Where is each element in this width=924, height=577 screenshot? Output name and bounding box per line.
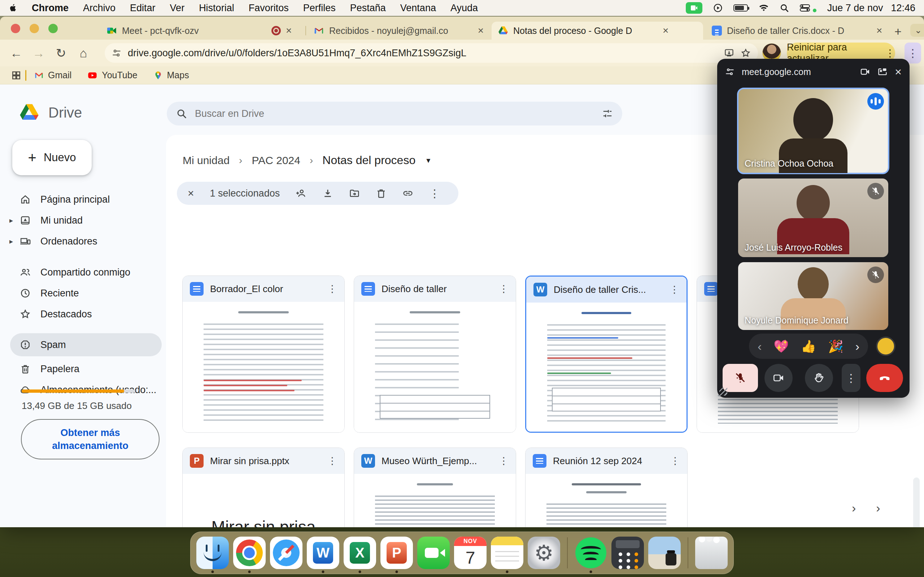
tab-close-icon[interactable]: × <box>286 25 292 36</box>
participant-tile-noyule[interactable]: Noyule Dominique Jonard <box>738 262 888 330</box>
menu-item-ver[interactable]: Ver <box>170 3 185 14</box>
share-add-person-icon[interactable] <box>296 188 307 199</box>
more-actions-icon[interactable]: ⋮ <box>429 187 440 200</box>
dock-notes-icon[interactable] <box>491 533 524 573</box>
back-button[interactable]: ← <box>5 46 27 60</box>
picture-in-picture-icon[interactable] <box>877 67 888 77</box>
sidebar-item-spam[interactable]: Spam <box>10 333 162 356</box>
dock-safari-icon[interactable] <box>270 533 303 573</box>
scroll-right-edge-icon[interactable]: › <box>876 501 880 515</box>
chevron-down-icon[interactable]: ▾ <box>426 156 430 165</box>
hang-up-button[interactable] <box>866 364 903 392</box>
participant-tile-jose-luis[interactable]: José Luis Arroyo-Robles <box>738 179 888 257</box>
file-card-diseno-de-taller[interactable]: Diseño de taller ⋮ <box>354 276 516 433</box>
screen-recording-camera-icon[interactable] <box>686 2 703 14</box>
menu-bar-clock[interactable]: Jue 7 de nov 12:46 <box>827 3 915 14</box>
menu-item-ayuda[interactable]: Ayuda <box>451 3 478 14</box>
file-more-icon[interactable]: ⋮ <box>327 455 337 467</box>
chrome-menu-button[interactable]: ⋮ <box>905 43 921 63</box>
bookmark-youtube[interactable]: YouTube <box>87 70 137 81</box>
reaction-heart[interactable]: 💖 <box>774 339 789 353</box>
copy-link-icon[interactable] <box>402 188 413 199</box>
drive-logo[interactable]: Drive <box>18 102 82 122</box>
close-window-button[interactable] <box>11 24 20 33</box>
menu-item-perfiles[interactable]: Perfiles <box>303 3 336 14</box>
menu-item-historial[interactable]: Historial <box>199 3 234 14</box>
search-icon[interactable] <box>176 108 187 119</box>
battery-icon[interactable] <box>733 4 748 11</box>
screen-mirroring-icon[interactable] <box>713 3 723 13</box>
sidebar-item-starred[interactable]: Destacados <box>10 304 162 324</box>
new-tab-button[interactable]: + <box>894 24 901 39</box>
tab-docx[interactable]: Diseño de taller Cris.docx - D × <box>705 22 890 40</box>
pip-settings-icon[interactable] <box>725 67 735 76</box>
get-more-storage-button[interactable]: Obtener más almacenamiento <box>21 419 160 459</box>
camera-icon[interactable] <box>860 67 870 77</box>
reload-button[interactable]: ↻ <box>50 46 72 60</box>
sidebar-item-recent[interactable]: Reciente <box>10 283 162 304</box>
reaction-thumbs-up[interactable]: 👍 <box>801 339 816 353</box>
tab-close-icon[interactable]: × <box>663 25 669 36</box>
breadcrumb-current[interactable]: Notas del proceso <box>322 154 415 167</box>
file-more-icon[interactable]: ⋮ <box>670 455 680 467</box>
sidebar-item-shared[interactable]: Compartido conmigo <box>10 262 162 283</box>
breadcrumb-pac-2024[interactable]: PAC 2024 <box>252 154 300 167</box>
window-controls[interactable] <box>11 24 58 33</box>
sidebar-item-trash[interactable]: Papelera <box>10 358 162 379</box>
file-card-museo-wurth[interactable]: W Museo Würth_Ejemp... ⋮ <box>354 448 516 527</box>
resize-handle[interactable] <box>719 388 727 396</box>
dock-chrome-icon[interactable] <box>233 533 266 573</box>
url-text[interactable]: drive.google.com/drive/u/0/folders/1oE3A… <box>128 48 717 59</box>
forward-button[interactable]: → <box>27 46 50 60</box>
address-bar[interactable]: drive.google.com/drive/u/0/folders/1oE3A… <box>105 43 758 63</box>
apple-menu-icon[interactable] <box>9 3 17 12</box>
control-center-icon[interactable] <box>800 3 810 13</box>
camera-toggle-button[interactable] <box>764 364 793 392</box>
install-app-icon[interactable] <box>724 48 734 58</box>
emoji-yellow-circle[interactable] <box>876 337 895 356</box>
dock-spotify-icon[interactable] <box>574 533 607 573</box>
dock-preview-image-icon[interactable] <box>648 533 681 573</box>
dock-word-icon[interactable]: W <box>307 533 340 573</box>
sidebar-item-home[interactable]: Página principal <box>10 189 162 210</box>
drive-search-bar[interactable] <box>167 102 622 126</box>
tab-drive-active[interactable]: Notas del proceso - Google D × <box>492 22 703 40</box>
dock-system-settings-icon[interactable]: ⚙ <box>527 533 561 573</box>
wifi-icon[interactable] <box>759 3 769 13</box>
zoom-window-button[interactable] <box>48 24 58 33</box>
more-options-button[interactable]: ⋮ <box>842 364 861 392</box>
tab-close-icon[interactable]: × <box>478 25 484 36</box>
menu-item-chrome[interactable]: Chrome <box>32 3 69 14</box>
menu-item-editar[interactable]: Editar <box>130 3 155 14</box>
file-more-icon[interactable]: ⋮ <box>670 284 679 295</box>
home-button[interactable]: ⌂ <box>72 46 95 60</box>
menu-item-ventana[interactable]: Ventana <box>400 3 436 14</box>
close-pip-icon[interactable]: × <box>895 65 901 79</box>
tab-gmail[interactable]: Recibidos - noyulej@gmail.co × <box>307 22 490 40</box>
participant-tile-cristina[interactable]: Cristina Ochoa Ochoa <box>738 89 888 173</box>
file-card-mirar-sin-prisa[interactable]: P Mirar sin prisa.pptx ⋮ Mirar sin prisa… <box>182 448 345 527</box>
bookmark-star-icon[interactable] <box>741 48 751 58</box>
file-more-icon[interactable]: ⋮ <box>499 455 509 467</box>
spotlight-search-icon[interactable] <box>780 3 789 13</box>
delete-icon[interactable] <box>376 188 386 199</box>
vertical-scrollbar[interactable] <box>913 477 920 527</box>
tab-search-button[interactable]: ⌄ <box>910 24 924 37</box>
expand-arrow-icon[interactable]: ▸ <box>10 237 13 246</box>
download-icon[interactable] <box>322 188 333 199</box>
sidebar-item-computers[interactable]: ▸ Ordenadores <box>10 231 162 252</box>
dock-excel-icon[interactable]: X <box>343 533 376 573</box>
menu-item-pestana[interactable]: Pestaña <box>350 3 386 14</box>
move-to-folder-icon[interactable] <box>349 188 360 199</box>
reaction-party[interactable]: 🎉 <box>828 339 843 353</box>
dock-facetime-icon[interactable] <box>417 533 450 573</box>
site-settings-icon[interactable] <box>112 48 121 58</box>
meet-pip-window[interactable]: meet.google.com × Cristina Ochoa Ochoa <box>717 59 909 398</box>
raise-hand-button[interactable] <box>805 364 833 392</box>
apps-grid-icon[interactable] <box>11 71 21 80</box>
sidebar-item-my-drive[interactable]: ▸ Mi unidad <box>10 210 162 231</box>
minimize-window-button[interactable] <box>30 24 39 33</box>
dock-trash-icon[interactable] <box>695 533 728 573</box>
dock-powerpoint-icon[interactable]: P <box>380 533 413 573</box>
file-card-diseno-de-taller-cris-selected[interactable]: W Diseño de taller Cris... ⋮ <box>525 276 688 433</box>
